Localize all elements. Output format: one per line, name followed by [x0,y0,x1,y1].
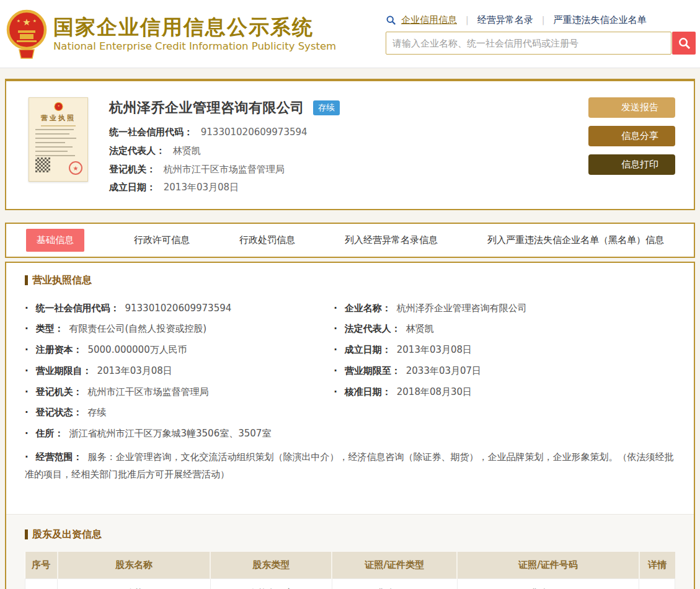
field-company-name: 企业名称：杭州泽乔企业管理咨询有限公司 [334,302,675,314]
section-title-business-license: 营业执照信息 [25,274,675,287]
company-field-establish-date: 成立日期： 2013年03月08日 [109,181,340,193]
license-thumb-textlines [35,129,76,159]
field-credit-code: 统一社会信用代码：913301020609973594 [25,302,334,314]
company-info: 杭州泽乔企业管理咨询有限公司 存续 统一社会信用代码： 913301020609… [109,97,340,194]
national-emblem-icon: ★ ★ ★ [5,9,48,60]
license-fields-right: 企业名称：杭州泽乔企业管理咨询有限公司 法定代表人：林贤凯 成立日期：2013年… [334,302,675,448]
shareholders-header-row: 序号 股东名称 股东类型 证照/证件类型 证照/证件号码 详情 [25,552,675,579]
business-license-section: 营业执照信息 统一社会信用代码：913301020609973594 类型：有限… [6,263,694,484]
col-header-index: 序号 [25,552,58,579]
field-term-from: 营业期限自：2013年03月08日 [25,365,334,377]
tab-administrative-penalty[interactable]: 行政处罚信息 [239,229,295,252]
business-license-thumbnail[interactable]: ★ 营业执照 ★ [29,97,88,182]
tab-serious-violation-blacklist[interactable]: 列入严重违法失信企业名单（黑名单）信息 [487,229,664,252]
send-report-button[interactable]: 发送报告 [588,97,675,118]
field-company-type: 类型：有限责任公司(自然人投资或控股) [25,322,334,335]
company-name: 杭州泽乔企业管理咨询有限公司 [109,99,304,117]
field-registration-status: 登记状态：存续 [25,406,334,418]
svg-text:★: ★ [17,19,20,24]
search-input[interactable] [386,32,671,55]
license-thumb-rule [41,125,76,126]
info-tabs: 基础信息 行政许可信息 行政处罚信息 列入经营异常名录信息 列入严重违法失信企业… [5,223,695,258]
tab-basic-info[interactable]: 基础信息 [26,229,84,252]
license-fields-grid: 统一社会信用代码：913301020609973594 类型：有限责任公司(自然… [25,302,675,484]
search-button-icon [678,37,691,50]
nav-separator: | [466,15,469,25]
section-title-bar [25,275,28,285]
shareholders-table: 序号 股东名称 股东类型 证照/证件类型 证照/证件号码 详情 1 陈茜 自然人… [25,552,675,589]
svg-text:★: ★ [22,17,30,28]
print-info-button[interactable]: 信息打印 [588,154,675,175]
section-title-bar [25,529,28,539]
share-info-button[interactable]: 信息分享 [588,126,675,146]
company-field-registration-authority: 登记机关： 杭州市江干区市场监督管理局 [109,163,340,175]
section-title-shareholders: 股东及出资信息 [25,528,675,541]
license-qr-code [35,157,50,172]
col-header-document-number: 证照/证件号码 [457,552,639,579]
tab-administrative-license[interactable]: 行政许可信息 [134,229,190,252]
field-business-scope: 经营范围：服务：企业管理咨询，文化交流活动组织策划（除演出中介），经济信息咨询（… [25,448,675,484]
svg-text:★: ★ [57,104,60,107]
tab-abnormal-operations[interactable]: 列入经营异常名录信息 [345,229,438,252]
status-badge: 存续 [313,100,340,115]
content-card: 营业执照信息 统一社会信用代码：913301020609973594 类型：有限… [5,262,695,589]
nav-link-abnormal-operations-list[interactable]: 经营异常名录 [477,14,533,26]
svg-text:★: ★ [33,19,37,24]
col-header-shareholder-name: 股东名称 [58,552,210,579]
license-red-stamp-icon: ★ [69,161,82,175]
site-title-en: National Enterprise Credit Information P… [53,40,336,52]
col-header-shareholder-type: 股东类型 [210,552,332,579]
site-titles: 国家企业信用信息公示系统 National Enterprise Credit … [53,16,336,52]
field-legal-rep: 法定代表人：林贤凯 [334,322,675,335]
search-bar [386,32,696,55]
field-registration-authority: 登记机关：杭州市江干区市场监督管理局 [25,386,334,398]
license-thumb-title: 营业执照 [41,113,76,123]
header-nav: 企业信用信息 | 经营异常名录 | 严重违法失信企业名单 [386,13,696,27]
col-header-detail: 详情 [639,552,675,579]
search-icon [386,15,396,25]
company-field-legal-rep: 法定代表人： 林贤凯 [109,144,340,157]
license-fields-left: 统一社会信用代码：913301020609973594 类型：有限责任公司(自然… [25,302,334,448]
nav-link-enterprise-credit-info[interactable]: 企业信用信息 [401,14,457,26]
action-buttons: 发送报告 信息分享 信息打印 [588,97,675,194]
site-title-zh: 国家企业信用信息公示系统 [53,16,336,39]
table-row: 1 陈茜 自然人股东 非公示项 非公示项 [25,579,675,589]
header-search-area: 企业信用信息 | 经营异常名录 | 严重违法失信企业名单 [386,13,698,55]
company-field-credit-code: 统一社会信用代码： 913301020609973594 [109,126,340,138]
nav-link-serious-violation-list[interactable]: 严重违法失信企业名单 [553,14,646,26]
shareholders-section: 股东及出资信息 序号 股东名称 股东类型 证照/证件类型 证照/证件号码 详情 … [6,514,694,589]
field-approval-date: 核准日期：2018年08月30日 [334,386,675,398]
field-establish-date: 成立日期：2013年03月08日 [334,343,675,356]
national-emblem-logo[interactable]: ★ ★ ★ [5,9,48,60]
field-address: 住所：浙江省杭州市江干区万象城3幢3506室、3507室 [25,427,334,440]
search-button[interactable] [672,32,696,55]
nav-separator: | [542,15,545,25]
license-emblem-icon: ★ [54,102,63,112]
col-header-document-type: 证照/证件类型 [332,552,457,579]
field-registered-capital: 注册资本：5000.000000万人民币 [25,343,334,356]
site-header: ★ ★ ★ 国家企业信用信息公示系统 National Enterprise C… [0,0,700,68]
field-term-to: 营业期限至：2033年03月07日 [334,365,675,377]
company-summary-card: ★ 营业执照 ★ 杭州泽乔企业管理咨询有限公司 存续 统一社会信用代码： 913… [5,79,695,210]
